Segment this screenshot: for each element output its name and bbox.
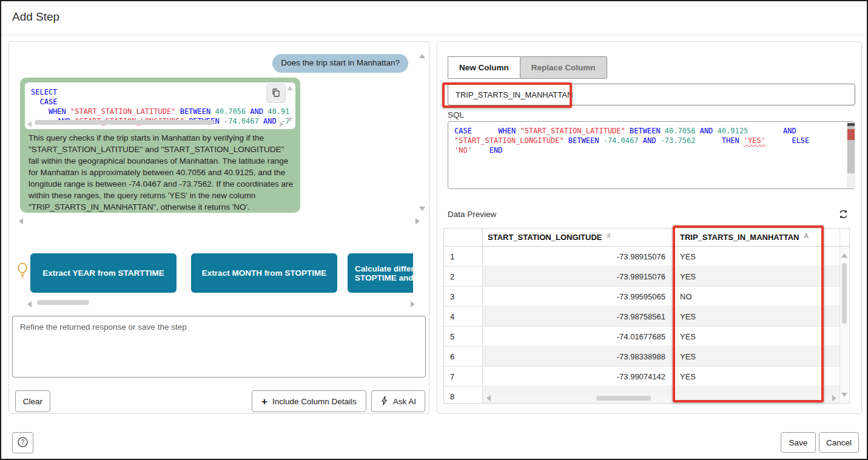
manhattan-cell: YES	[675, 347, 824, 366]
table-row: 7-73.99074142YES	[444, 367, 849, 387]
empty-cell	[824, 367, 840, 386]
longitude-cell: -73.98915076	[483, 267, 675, 286]
code-line: 'NO' END	[454, 145, 849, 155]
plus-icon: +	[261, 396, 267, 407]
chat-scroll-down-icon[interactable]	[419, 207, 425, 211]
table-vscrollbar[interactable]	[840, 247, 849, 404]
table-row: 4-73.98758561YES	[444, 307, 849, 327]
longitude-cell: -73.98758561	[483, 307, 675, 326]
data-preview-table: START_STATION_LONGITUDE # TRIP_STARTS_IN…	[443, 228, 850, 404]
longitude-cell: -73.99074142	[483, 367, 675, 386]
chat-scroll-up-icon[interactable]	[419, 54, 425, 58]
empty-cell	[824, 307, 840, 326]
tab-new-column[interactable]: New Column	[448, 56, 520, 79]
add-step-dialog: Add Step Does the trip start in Manhatta…	[0, 0, 868, 460]
table-hscroll-thumb[interactable]	[596, 396, 651, 401]
ai-response-bubble: SELECT CASE WHEN "START_STATION_LATITUDE…	[20, 78, 300, 213]
table-row: 2-73.98915076YES	[444, 267, 849, 287]
column-mode-tabs: New Column Replace Column	[448, 56, 607, 79]
empty-cell	[824, 327, 840, 346]
code-hscrollbar[interactable]	[35, 120, 214, 125]
code-line: SELECT	[31, 87, 289, 97]
suggestions-scroll-left-icon[interactable]	[27, 301, 32, 307]
empty-header-cell	[824, 228, 840, 246]
help-icon: ?	[17, 436, 29, 450]
code-scroll-left-icon[interactable]	[27, 121, 32, 127]
code-scroll-down-icon[interactable]	[287, 118, 293, 122]
row-number-cell: 7	[444, 367, 483, 386]
code-scroll-up-icon[interactable]	[287, 86, 293, 90]
suggestion-button[interactable]: Extract MONTH from STOPTIME	[191, 253, 337, 293]
table-vscroll-thumb[interactable]	[842, 263, 847, 324]
refresh-button[interactable]	[836, 208, 850, 222]
longitude-cell: -73.99595065	[483, 287, 675, 306]
sql-editor[interactable]: CASE WHEN "START_STATION_LATITUDE" BETWE…	[448, 121, 855, 189]
table-row: 3-73.99595065NO	[444, 287, 849, 307]
code-line: CASE	[31, 97, 289, 107]
row-number-cell: 6	[444, 347, 483, 366]
cancel-button[interactable]: Cancel	[819, 432, 859, 453]
data-preview-label: Data Preview	[448, 210, 496, 219]
suggestion-button[interactable]: Extract YEAR from STARTTIME	[30, 253, 177, 293]
code-line: CASE WHEN "START_STATION_LATITUDE" BETWE…	[454, 126, 849, 136]
table-scroll-up-icon[interactable]	[841, 253, 847, 258]
ai-chat-panel: Does the trip start in Manhattan? SELECT…	[8, 41, 429, 414]
row-number-cell: 8	[444, 387, 483, 404]
column-name-input[interactable]	[448, 84, 855, 105]
longitude-cell: -73.98338988	[483, 347, 675, 366]
suggestions-scroll-right-icon[interactable]	[411, 301, 415, 307]
row-number-cell: 1	[444, 247, 483, 266]
table-hscrollbar[interactable]	[484, 394, 839, 402]
copy-button[interactable]	[266, 84, 286, 103]
manhattan-cell: NO	[675, 287, 824, 306]
table-body: 1-73.98915076YES2-73.98915076YES3-73.995…	[444, 247, 849, 404]
sql-error-marker	[847, 129, 855, 140]
numeric-type-icon: #	[607, 232, 611, 239]
sql-section-label: SQL	[448, 110, 464, 119]
manhattan-cell: YES	[675, 327, 824, 346]
help-button[interactable]: ?	[12, 432, 33, 453]
manhattan-cell: YES	[675, 367, 824, 386]
row-number-cell: 3	[444, 287, 483, 306]
table-scroll-down-icon[interactable]	[841, 393, 847, 397]
lightbulb-icon	[15, 261, 30, 282]
table-header-row: START_STATION_LONGITUDE # TRIP_STARTS_IN…	[444, 228, 849, 247]
code-line: WHEN "START_STATION_LATITUDE" BETWEEN 40…	[31, 107, 289, 116]
code-scroll-right-icon[interactable]	[280, 121, 284, 127]
clear-button[interactable]: Clear	[15, 390, 50, 412]
row-number-cell: 5	[444, 327, 483, 346]
copy-icon	[271, 88, 281, 99]
lightning-bolt-icon	[380, 396, 388, 407]
include-column-details-button[interactable]: + Include Column Details	[252, 390, 366, 412]
column-header-manhattan[interactable]: TRIP_STARTS_IN_MANHATTAN A	[675, 228, 824, 246]
dialog-header: Add Step	[1, 1, 867, 35]
chat-scroll-right-icon[interactable]	[415, 218, 420, 224]
manhattan-cell: YES	[675, 247, 824, 266]
table-scroll-right-icon[interactable]	[832, 395, 836, 401]
chat-scroll-left-icon[interactable]	[19, 218, 23, 224]
empty-cell	[824, 287, 840, 306]
user-chat-bubble: Does the trip start in Manhattan?	[272, 54, 408, 73]
ask-ai-button[interactable]: Ask AI	[371, 390, 425, 412]
table-row: 5-74.01677685YES	[444, 327, 849, 347]
svg-text:?: ?	[21, 439, 25, 445]
manhattan-cell: YES	[675, 307, 824, 326]
suggestion-button[interactable]: Calculate differeSTOPTIME and	[348, 253, 413, 293]
page-title: Add Step	[12, 10, 59, 24]
tab-replace-column[interactable]: Replace Column	[520, 56, 607, 79]
save-button[interactable]: Save	[781, 432, 816, 453]
ai-explanation-text: This query checks if the trip starts in …	[29, 132, 294, 213]
table-row: 1-73.98915076YES	[444, 247, 849, 267]
suggestions-hscrollbar[interactable]	[37, 300, 89, 305]
sql-editor-vscrollbar[interactable]	[847, 122, 855, 188]
empty-cell	[824, 267, 840, 286]
empty-cell	[824, 347, 840, 366]
column-header-longitude[interactable]: START_STATION_LONGITUDE #	[483, 228, 675, 246]
refine-response-input[interactable]	[12, 316, 426, 378]
table-scroll-left-icon[interactable]	[486, 395, 491, 401]
row-number-cell: 4	[444, 307, 483, 326]
longitude-cell: -74.01677685	[483, 327, 675, 346]
empty-cell	[824, 247, 840, 266]
text-type-icon: A	[804, 232, 808, 239]
row-number-header	[444, 228, 483, 246]
